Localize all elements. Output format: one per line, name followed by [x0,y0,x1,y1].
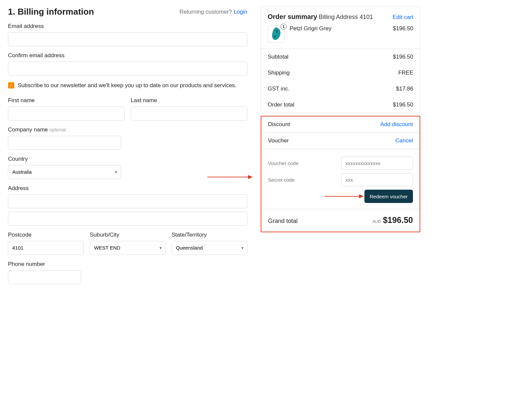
country-select[interactable]: Australia [8,165,121,179]
gst-label: GST inc. [268,86,290,92]
state-label: State/Territory [172,232,247,238]
order-total-value: $196.50 [393,101,413,108]
order-summary-title: Order summary [268,13,317,20]
voucher-annotation-box: Discount Add discount Voucher Cancel Vou… [261,116,420,232]
svg-marker-1 [248,175,253,179]
svg-marker-5 [359,194,364,198]
svg-point-2 [276,30,278,33]
confirm-email-field[interactable] [8,62,247,76]
annotation-arrow-icon [325,193,364,200]
address-field-1[interactable] [8,194,247,208]
secret-code-field[interactable] [341,173,413,186]
country-label: Country [8,156,121,162]
address-label: Address [8,185,247,192]
order-total-label: Order total [268,101,294,108]
returning-customer-text: Returning customer? Login [180,9,247,15]
voucher-code-field[interactable] [341,156,413,170]
subtotal-value: $196.50 [393,54,413,60]
product-thumbnail: 1 [268,25,285,43]
secret-code-label: Secret code [268,177,295,183]
product-name: Petzl Grigri Grey [290,25,388,32]
add-discount-link[interactable]: Add discount [380,121,413,128]
login-link[interactable]: Login [233,9,247,15]
company-field[interactable] [8,136,121,150]
suburb-select[interactable]: WEST END [90,241,166,255]
order-summary-card: Order summary Billing Address 4101 Edit … [261,7,420,113]
discount-label: Discount [268,121,290,128]
last-name-label: Last name [131,97,247,104]
subtotal-label: Subtotal [268,54,288,60]
voucher-code-label: Voucher code [268,160,299,166]
voucher-cancel-link[interactable]: Cancel [395,137,413,144]
billing-title: 1. Billing information [8,7,94,17]
first-name-field[interactable] [8,106,125,120]
product-image-icon [270,27,283,41]
company-optional-text: optional [50,127,66,132]
grand-total-currency: AUD [372,219,381,224]
company-label-text: Company name [8,126,48,133]
annotation-arrow-icon [207,174,254,180]
grand-total-amount: $196.50 [383,215,413,225]
confirm-email-label: Confirm email address [8,52,247,59]
gst-value: $17.86 [396,86,413,92]
email-label: Email address [8,23,247,30]
voucher-label: Voucher [268,137,289,144]
address-field-2[interactable] [8,212,247,226]
product-qty-badge: 1 [281,24,287,30]
grand-total-label: Grand total [268,218,298,225]
order-summary-subtitle: Billing Address 4101 [319,14,373,20]
newsletter-label: Subscribe to our newsletter and we'll ke… [18,82,236,90]
postcode-field[interactable] [8,241,84,255]
newsletter-checkbox[interactable]: ✓ [8,82,14,89]
last-name-field[interactable] [131,106,247,120]
returning-prefix: Returning customer? [180,9,234,15]
product-price: $196.50 [393,25,413,32]
first-name-label: First name [8,97,125,104]
shipping-label: Shipping [268,70,290,76]
email-field[interactable] [8,32,247,46]
shipping-value: FREE [398,70,413,76]
suburb-label: Suburb/City [90,232,166,238]
redeem-voucher-button[interactable]: Redeem voucher [364,190,413,203]
phone-field[interactable] [8,270,81,284]
svg-point-3 [274,35,276,38]
state-select[interactable]: Queensland [172,241,247,255]
edit-cart-link[interactable]: Edit cart [393,14,413,21]
postcode-label: Postcode [8,232,84,238]
phone-label: Phone number [8,261,81,268]
company-label: Company name optional [8,126,121,133]
